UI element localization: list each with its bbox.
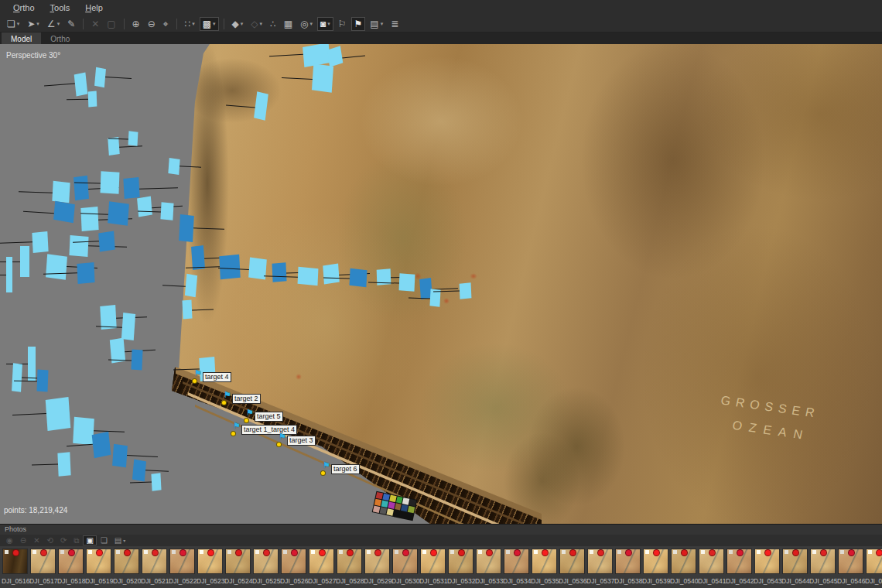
camera-plane[interactable]	[95, 68, 105, 87]
photo-thumbnail[interactable]	[30, 549, 56, 574]
photo-thumbnail[interactable]	[86, 549, 111, 574]
model-shaded-icon[interactable]: ◆▾	[229, 17, 247, 31]
tab-model[interactable]: Model	[2, 32, 41, 44]
photo-cell[interactable]: DJI_0534	[504, 549, 529, 588]
point-cloud-icon[interactable]: ∷▾	[182, 17, 198, 31]
camera-plane[interactable]	[303, 45, 330, 65]
camera-plane[interactable]	[323, 265, 339, 283]
camera-plane[interactable]	[32, 232, 48, 252]
photo-cell[interactable]: DJI_0539	[643, 549, 668, 588]
camera-plane[interactable]	[28, 347, 36, 381]
photo-cell[interactable]: DJI_0525	[253, 549, 279, 588]
photo-thumbnail[interactable]	[309, 549, 334, 574]
camera-plane[interactable]	[12, 364, 22, 391]
camera-plane[interactable]	[74, 176, 88, 200]
menu-tools[interactable]: Tools	[43, 2, 77, 14]
photo-thumbnail[interactable]	[643, 549, 668, 574]
camera-plane[interactable]	[255, 93, 267, 119]
camera-plane[interactable]	[70, 236, 88, 256]
photo-cell[interactable]: DJI_0530	[392, 549, 418, 588]
photo-thumbnail[interactable]	[476, 549, 501, 574]
camera-plane[interactable]	[101, 172, 119, 193]
camera-plane[interactable]	[138, 197, 152, 216]
camera-plane[interactable]	[460, 283, 471, 299]
photo-thumbnail[interactable]	[671, 549, 696, 574]
ruler-icon[interactable]: ∠▾	[44, 17, 63, 31]
model-viewport[interactable]: GROSSER OZEAN ⚑target 4⚑target 2⚑target …	[0, 44, 882, 524]
photo-cell[interactable]: DJI_0543	[754, 549, 780, 588]
photo-thumbnail[interactable]	[392, 549, 418, 574]
photo-thumbnail[interactable]	[448, 549, 473, 574]
photo-thumbnail[interactable]	[866, 549, 882, 574]
camera-plane[interactable]	[75, 74, 87, 95]
texture-icon[interactable]: ▦	[281, 17, 296, 31]
photo-cell[interactable]: DJI_0541	[699, 549, 724, 588]
menu-help[interactable]: Help	[78, 2, 110, 14]
photo-thumbnail[interactable]	[225, 549, 251, 574]
camera-plane[interactable]	[169, 159, 179, 174]
photo-cell[interactable]: DJI_0542	[726, 549, 752, 588]
show-cameras-icon[interactable]: ◙▾	[317, 17, 333, 31]
zoom-out-icon[interactable]: ⊖	[145, 17, 159, 31]
camera-plane[interactable]	[132, 350, 142, 370]
photo-thumbnail[interactable]	[587, 549, 613, 574]
camera-plane[interactable]	[108, 203, 128, 224]
photo-cell[interactable]: DJI_0546	[838, 549, 863, 588]
photo-cell[interactable]: DJI_0537	[587, 549, 613, 588]
photo-thumbnail[interactable]	[2, 549, 28, 574]
tie-points-icon[interactable]: ∴	[267, 17, 279, 31]
photo-thumbnail[interactable]	[197, 549, 223, 574]
photo-thumbnail[interactable]	[559, 549, 585, 574]
photo-thumbnail[interactable]	[169, 549, 195, 574]
camera-plane[interactable]	[192, 246, 204, 269]
camera-plane[interactable]	[74, 418, 94, 444]
photo-thumbnail[interactable]	[253, 549, 279, 574]
camera-plane[interactable]	[152, 473, 161, 491]
photo-cell[interactable]: DJI_0545	[810, 549, 836, 588]
photo-cell[interactable]: DJI_0518	[58, 549, 84, 588]
camera-plane[interactable]	[81, 207, 98, 231]
photo-cell[interactable]: DJI_0523	[197, 549, 223, 588]
photo-cell[interactable]: DJI_0540	[671, 549, 696, 588]
camera-plane[interactable]	[101, 306, 116, 329]
photo-thumbnail[interactable]	[337, 549, 362, 574]
dem-icon[interactable]: ≣	[388, 17, 402, 31]
photo-cell[interactable]: DJI_0519	[86, 549, 111, 588]
photo-thumbnail[interactable]	[810, 549, 836, 574]
images-stack-icon[interactable]: ❏	[97, 535, 111, 545]
photo-cell[interactable]: DJI_0531	[420, 549, 446, 588]
photo-cell[interactable]: DJI_0524	[225, 549, 251, 588]
photo-cell[interactable]: DJI_0528	[337, 549, 362, 588]
photo-thumbnail[interactable]	[504, 549, 529, 574]
dense-cloud-icon[interactable]: ▩▾	[200, 17, 219, 31]
camera-plane[interactable]	[183, 300, 192, 319]
camera-plane[interactable]	[93, 433, 110, 456]
camera-plane[interactable]	[46, 255, 67, 279]
camera-plane[interactable]	[161, 203, 173, 220]
menu-ortho[interactable]: Ortho	[6, 2, 42, 14]
camera-plane[interactable]	[272, 263, 286, 282]
photo-thumbnail[interactable]	[838, 549, 863, 574]
camera-plane[interactable]	[88, 91, 97, 107]
camera-plane[interactable]	[58, 453, 70, 476]
show-images-icon[interactable]: ▤▾	[367, 17, 386, 31]
camera-plane[interactable]	[124, 178, 139, 198]
photo-cell[interactable]: DJI_0517	[30, 549, 56, 588]
photo-thumbnail[interactable]	[532, 549, 557, 574]
wall-model[interactable]: GROSSER OZEAN	[0, 44, 882, 524]
camera-plane[interactable]	[186, 275, 197, 296]
camera-plane[interactable]	[298, 268, 318, 285]
camera-plane[interactable]	[113, 445, 127, 467]
globe-icon[interactable]: ◎▾	[297, 17, 316, 31]
photo-cell[interactable]: DJI_0544	[782, 549, 808, 588]
show-flags-icon[interactable]: ⚑	[351, 17, 366, 31]
camera-plane[interactable]	[122, 313, 135, 340]
camera-plane[interactable]	[313, 65, 333, 91]
photo-thumbnail[interactable]	[420, 549, 446, 574]
photo-cell[interactable]: DJI_0521	[142, 549, 167, 588]
camera-plane[interactable]	[220, 255, 240, 279]
navigation-icon[interactable]: ➤▾	[24, 17, 43, 31]
photo-thumbnail[interactable]	[726, 549, 752, 574]
camera-plane[interactable]	[77, 263, 94, 283]
photo-cell[interactable]: DJI_0529	[364, 549, 390, 588]
